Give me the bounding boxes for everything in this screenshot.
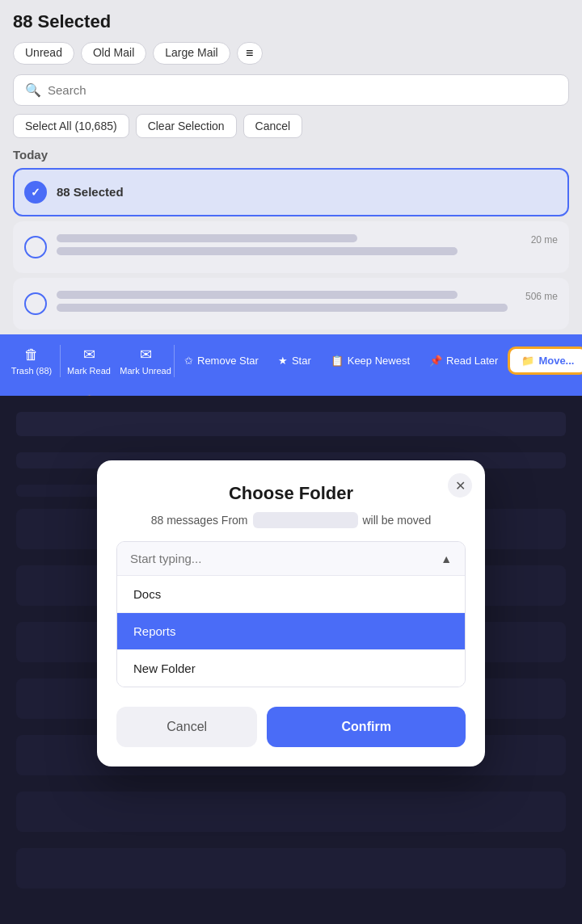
mail-content (57, 291, 558, 317)
table-row[interactable]: 88 Selected (13, 168, 569, 216)
bg-element (16, 848, 566, 888)
more-filters-icon[interactable]: ≡ (237, 42, 263, 65)
star-label: Star (292, 355, 311, 367)
ellipsis-icon: ≡ (246, 46, 253, 61)
filter-chip-unread[interactable]: Unread (13, 42, 74, 65)
mark-unread-button[interactable]: ✉ Mark Unread (117, 341, 174, 380)
remove-star-icon: ✩ (184, 355, 193, 367)
modal-actions: Cancel Confirm (97, 691, 485, 747)
filter-chip-largemail[interactable]: Large Mail (153, 42, 230, 65)
choose-folder-modal: ✕ Choose Folder 88 messages From will be… (97, 460, 485, 766)
search-input[interactable] (48, 83, 557, 97)
move-label: Move... (538, 355, 574, 367)
star-icon: ★ (278, 355, 288, 367)
trash-label: Trash (88) (11, 366, 52, 376)
filter-chip-oldmail[interactable]: Old Mail (81, 42, 146, 65)
folder-search-input[interactable] (130, 552, 441, 565)
mail-line (57, 234, 357, 242)
mark-unread-label: Mark Unread (120, 366, 171, 376)
read-later-label: Read Later (446, 355, 498, 367)
close-icon: ✕ (455, 478, 466, 494)
mail-list: 88 Selected 20 me 506 me (13, 168, 569, 330)
mail-line (57, 247, 458, 255)
mark-read-icon: ✉ (83, 346, 95, 363)
move-button[interactable]: 📁 Move... (508, 346, 582, 375)
keep-newest-label: Keep Newest (348, 355, 410, 367)
keep-newest-button[interactable]: 📋 Keep Newest (321, 348, 420, 373)
remove-star-button[interactable]: ✩ Remove Star (175, 348, 268, 373)
folder-item-new-folder[interactable]: New Folder (117, 650, 465, 687)
bg-element (16, 792, 566, 832)
chevron-up-icon: ▲ (441, 552, 452, 565)
modal-title: Choose Folder (97, 460, 485, 512)
mail-section: 88 Selected Unread Old Mail Large Mail ≡… (0, 0, 582, 330)
subtitle-before: 88 messages From (151, 514, 248, 527)
trash-icon: 🗑 (24, 346, 39, 363)
read-later-icon: 📌 (429, 355, 442, 367)
read-later-button[interactable]: 📌 Read Later (420, 348, 508, 373)
mark-unread-icon: ✉ (140, 346, 152, 363)
checkbox-checked[interactable] (24, 181, 47, 204)
folder-item-docs[interactable]: Docs (117, 576, 465, 613)
mail-time: 506 me (525, 291, 558, 302)
mark-read-label: Mark Read (67, 366, 111, 376)
select-all-button[interactable]: Select All (10,685) (13, 114, 129, 138)
section-label: Today (13, 148, 569, 162)
folder-item-reports[interactable]: Reports (117, 613, 465, 650)
search-icon: 🔍 (25, 82, 41, 98)
mail-content: 88 Selected (57, 185, 558, 200)
trash-button[interactable]: 🗑 Trash (88) (3, 342, 60, 380)
action-row: Select All (10,685) Clear Selection Canc… (13, 114, 569, 138)
folder-search-header[interactable]: ▲ (117, 542, 465, 575)
modal-close-button[interactable]: ✕ (448, 473, 472, 498)
folder-search[interactable]: ▲ Docs Reports New Folder (116, 541, 466, 687)
star-button[interactable]: ★ Star (268, 348, 321, 373)
clear-selection-button[interactable]: Clear Selection (136, 114, 237, 138)
mail-content (57, 234, 558, 260)
page-title: 88 Selected (13, 11, 569, 32)
filter-chips: Unread Old Mail Large Mail ≡ (13, 42, 569, 65)
table-row[interactable]: 506 me (13, 278, 569, 330)
mail-line (57, 291, 458, 299)
folder-list: Docs Reports New Folder (117, 575, 465, 687)
bg-element (16, 412, 566, 436)
cancel-button[interactable]: Cancel (243, 114, 303, 138)
remove-star-label: Remove Star (197, 355, 259, 367)
mark-read-button[interactable]: ✉ Mark Read (61, 341, 117, 380)
mail-line (57, 304, 508, 312)
sender-pill (253, 512, 358, 528)
subtitle-after: will be moved (363, 514, 432, 527)
checkbox-unchecked[interactable] (24, 292, 47, 315)
keep-newest-icon: 📋 (331, 355, 344, 367)
move-icon: 📁 (521, 355, 534, 367)
modal-cancel-button[interactable]: Cancel (116, 707, 257, 747)
checkbox-unchecked[interactable] (24, 236, 47, 258)
search-bar[interactable]: 🔍 (13, 74, 569, 106)
table-row[interactable]: 20 me (13, 221, 569, 273)
selected-count-label: 88 Selected (57, 185, 124, 199)
toolbar: 🗑 Trash (88) ✉ Mark Read ✉ Mark Unread ✩… (0, 334, 582, 387)
modal-confirm-button[interactable]: Confirm (267, 707, 466, 747)
mail-time: 20 me (531, 234, 558, 246)
modal-subtitle: 88 messages From will be moved (97, 512, 485, 541)
